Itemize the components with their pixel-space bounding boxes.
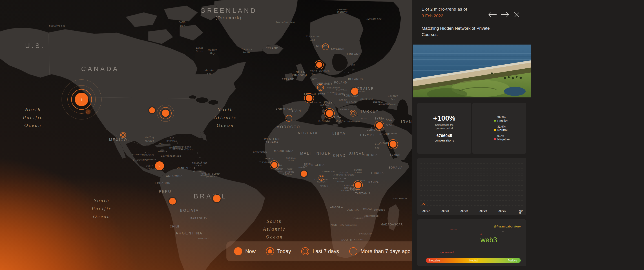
wordcloud-word[interactable]: web3 bbox=[480, 236, 497, 244]
legend-now-icon bbox=[234, 247, 242, 255]
chart-grid bbox=[417, 158, 526, 215]
legend-item-today: Today bbox=[266, 247, 291, 255]
change-percent: +100% bbox=[433, 114, 456, 122]
sentiment-stat-card: 59.2%Positive31.9%Neutral9.0%Negative bbox=[472, 103, 526, 154]
next-trend-button[interactable] bbox=[500, 11, 510, 19]
legend-item-older: More than 7 days ago bbox=[349, 247, 410, 255]
wordcloud-word[interactable]: generated bbox=[440, 251, 454, 254]
trend-image bbox=[413, 45, 531, 97]
map-legend: NowTodayLast 7 daysMore than 7 days ago bbox=[226, 241, 412, 261]
legend-today-icon bbox=[266, 247, 274, 255]
sentiment-row-neutral: 31.9%Neutral bbox=[494, 125, 526, 132]
conversations-chart-card: Apr 17Apr 18Apr 19Apr 20Apr 21Apr 22 bbox=[417, 158, 526, 215]
positive-dot-icon bbox=[494, 120, 496, 122]
wordcloud-word[interactable]: new offer bbox=[450, 228, 458, 230]
neutral-dot-icon bbox=[494, 129, 496, 131]
wordcloud-word[interactable]: nft bbox=[480, 233, 482, 236]
legend-item-week: Last 7 days bbox=[301, 247, 339, 255]
trend-detail-panel: 1 of 2 micro-trend as of 3 Feb 2022 Matc… bbox=[412, 0, 644, 270]
sentiment-scale-bar: Negative Neutral Positive bbox=[426, 258, 521, 263]
legend-older-icon bbox=[349, 247, 358, 255]
wordcloud-card: @ParamLaboratory—new offernftweb3generat… bbox=[417, 219, 526, 266]
legend-week-icon bbox=[301, 247, 309, 255]
conversations-count: 6766045 bbox=[436, 134, 452, 138]
scale-neutral-label: Neutral bbox=[470, 259, 478, 262]
negative-dot-icon bbox=[494, 138, 496, 140]
chart-date-label: Apr 17 bbox=[422, 210, 430, 212]
conversations-label: conversations bbox=[435, 139, 454, 142]
chart-date-label: Apr 18 bbox=[442, 210, 448, 212]
world-map-landmass bbox=[0, 0, 412, 270]
chart-date-label: Apr 20 bbox=[480, 210, 487, 212]
wordcloud-word[interactable]: @ParamLaboratory bbox=[494, 225, 521, 228]
scale-positive-label: Positive bbox=[508, 259, 517, 262]
trend-map-app: GREENLAND(Denmark)SVALBARD (NORWAY)Beauf… bbox=[0, 0, 644, 270]
volume-stat-card: +100% Compared to the previous period 67… bbox=[417, 103, 471, 154]
chart-date-label: Apr 19 bbox=[460, 210, 468, 212]
change-caption: Compared to the previous period bbox=[435, 123, 454, 130]
prev-trend-button[interactable] bbox=[488, 11, 497, 19]
sentiment-row-negative: 9.0%Negative bbox=[494, 134, 526, 141]
world-map[interactable]: GREENLAND(Denmark)SVALBARD (NORWAY)Beauf… bbox=[0, 0, 412, 270]
chart-date-label: Apr 22 bbox=[519, 210, 524, 215]
close-icon[interactable] bbox=[514, 11, 520, 18]
scale-negative-label: Negative bbox=[429, 259, 440, 262]
panel-header-date: 3 Feb 2022 bbox=[422, 14, 443, 19]
sentiment-row-positive: 59.2%Positive bbox=[494, 116, 526, 123]
chart-date-label: Apr 21 bbox=[498, 210, 506, 212]
panel-header-count: 1 of 2 micro-trend as of bbox=[422, 7, 467, 12]
legend-item-now: Now bbox=[234, 247, 256, 255]
wordcloud-word[interactable]: — bbox=[502, 230, 504, 232]
trend-title: Matching Hidden Network of Private Cours… bbox=[422, 25, 505, 38]
